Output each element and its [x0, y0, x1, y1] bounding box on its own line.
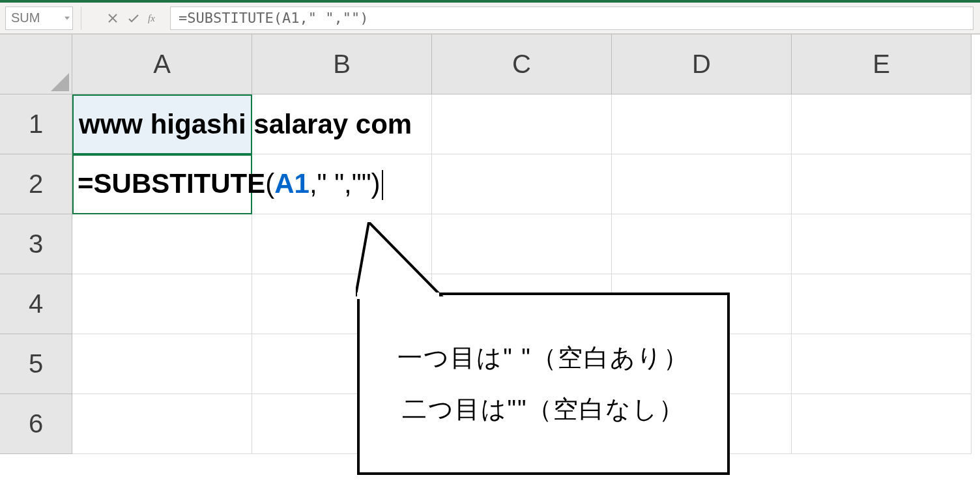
formula-bar: SUM fx =SUBSTITUTE(A1," ",""): [0, 3, 980, 34]
separator: [81, 7, 81, 30]
col-header-E[interactable]: E: [792, 35, 972, 94]
select-all-corner[interactable]: [0, 35, 72, 94]
cell-A1-value: www higashi salaray com: [79, 109, 412, 140]
row-header-4[interactable]: 4: [0, 274, 72, 334]
col-header-C[interactable]: C: [432, 35, 612, 94]
name-box[interactable]: SUM: [5, 7, 73, 30]
row-header-6[interactable]: 6: [0, 394, 72, 454]
cell-A6[interactable]: [72, 394, 252, 454]
cancel-button[interactable]: [102, 7, 123, 30]
cell-A2[interactable]: =SUBSTITUTE(A1," ",""): [72, 154, 252, 214]
name-box-value: SUM: [11, 10, 40, 25]
cell-A3[interactable]: [72, 214, 252, 274]
svg-rect-2: [357, 293, 439, 299]
formula-buttons: fx: [102, 7, 165, 30]
cell-E2[interactable]: [792, 154, 972, 214]
text-cursor: [382, 170, 383, 200]
callout-line-1: 一つ目は" "（空白あり）: [375, 341, 712, 375]
dropdown-icon[interactable]: [65, 16, 70, 20]
cell-C1[interactable]: [432, 94, 612, 154]
annotation-callout: 一つ目は" "（空白あり） 二つ目は""（空白なし）: [357, 293, 730, 475]
row-header-1[interactable]: 1: [0, 94, 72, 154]
cell-E3[interactable]: [792, 214, 972, 274]
formula-input[interactable]: =SUBSTITUTE(A1," ",""): [170, 7, 973, 30]
cell-A5[interactable]: [72, 334, 252, 394]
cell-D1[interactable]: [612, 94, 792, 154]
spreadsheet-grid[interactable]: A B C D E 1 www higashi salaray com 2 =S…: [0, 34, 980, 454]
col-header-D[interactable]: D: [612, 35, 792, 94]
cell-D3[interactable]: [612, 214, 792, 274]
formula-text: =SUBSTITUTE(A1," ",""): [179, 10, 368, 26]
cell-A1[interactable]: www higashi salaray com: [72, 94, 252, 154]
cell-E6[interactable]: [792, 394, 972, 454]
svg-marker-1: [356, 222, 440, 295]
callout-tail: [356, 222, 499, 299]
cell-E5[interactable]: [792, 334, 972, 394]
check-icon: [128, 13, 139, 23]
cell-E4[interactable]: [792, 274, 972, 334]
insert-function-button[interactable]: fx: [144, 7, 165, 30]
callout-line-2: 二つ目は""（空白なし）: [375, 393, 712, 426]
cell-E1[interactable]: [792, 94, 972, 154]
cell-D2[interactable]: [612, 154, 792, 214]
row-header-2[interactable]: 2: [0, 154, 72, 214]
cell-A2-editing: =SUBSTITUTE(A1," ",""): [78, 168, 532, 201]
row-header-5[interactable]: 5: [0, 334, 72, 394]
fx-icon: fx: [148, 12, 161, 25]
col-header-A[interactable]: A: [72, 35, 252, 94]
cell-A4[interactable]: [72, 274, 252, 334]
col-header-B[interactable]: B: [252, 35, 432, 94]
x-icon: [108, 13, 118, 23]
enter-button[interactable]: [123, 7, 144, 30]
svg-text:fx: fx: [148, 13, 155, 23]
row-header-3[interactable]: 3: [0, 214, 72, 274]
